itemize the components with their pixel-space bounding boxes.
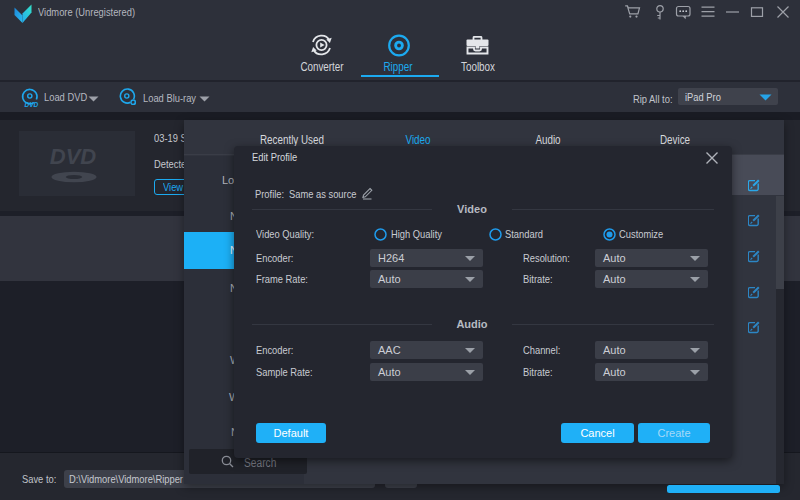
svg-text:DVD: DVD bbox=[25, 101, 39, 108]
